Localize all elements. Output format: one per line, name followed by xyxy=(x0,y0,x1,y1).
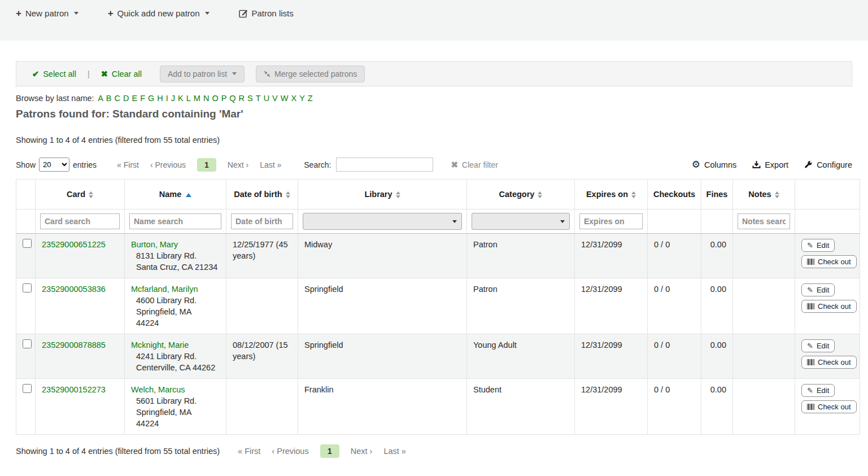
select-all-button[interactable]: ✔ Select all xyxy=(32,69,76,78)
column-header-category[interactable]: Category xyxy=(467,180,575,209)
letter-link-Z[interactable]: Z xyxy=(308,94,313,103)
patron-name-link[interactable]: Mcknight, Marie xyxy=(131,340,189,350)
edit-button[interactable]: ✎ Edit xyxy=(801,239,835,252)
entries-per-page-select[interactable]: 20 xyxy=(39,158,69,172)
column-header-dob[interactable]: Date of birth xyxy=(226,180,298,209)
dob-filter-input[interactable] xyxy=(231,213,293,229)
letter-link-F[interactable]: F xyxy=(140,94,145,103)
check-out-button[interactable]: Check out xyxy=(801,300,857,313)
letter-link-H[interactable]: H xyxy=(157,94,163,103)
expires-filter-input[interactable] xyxy=(579,213,643,229)
edit-button[interactable]: ✎ Edit xyxy=(801,384,835,397)
configure-button[interactable]: Configure xyxy=(804,160,852,169)
letter-link-V[interactable]: V xyxy=(272,94,278,103)
next-page-button[interactable]: Next › xyxy=(351,447,373,456)
first-page-button[interactable]: « First xyxy=(238,447,260,456)
letter-link-M[interactable]: M xyxy=(194,94,200,103)
expires-cell: 12/31/2099 xyxy=(575,278,648,334)
quick-add-label: Quick add new patron xyxy=(117,8,200,18)
letter-link-K[interactable]: K xyxy=(178,94,184,103)
letter-link-A[interactable]: A xyxy=(98,94,103,103)
library-filter-select[interactable] xyxy=(303,213,462,230)
patron-name-link[interactable]: Mcfarland, Marilyn xyxy=(131,285,198,294)
plus-icon: + xyxy=(16,8,21,18)
column-header-name[interactable]: Name xyxy=(125,180,226,209)
notes-cell xyxy=(733,334,795,379)
cardnumber-link[interactable]: 23529000878885 xyxy=(42,340,106,350)
category-filter-select[interactable] xyxy=(472,213,570,230)
barcode-icon xyxy=(807,359,814,365)
pencil-icon: ✎ xyxy=(807,286,813,294)
row-checkbox[interactable] xyxy=(23,384,32,393)
letter-link-S[interactable]: S xyxy=(247,94,253,103)
edit-list-icon xyxy=(239,9,248,18)
notes-filter-input[interactable] xyxy=(738,213,790,229)
barcode-icon xyxy=(807,404,814,410)
select-all-label: Select all xyxy=(43,69,76,78)
last-page-button[interactable]: Last » xyxy=(383,447,406,456)
column-header-card[interactable]: Card xyxy=(36,180,125,209)
check-out-button[interactable]: Check out xyxy=(801,400,857,413)
row-checkbox[interactable] xyxy=(23,339,32,348)
current-page-button[interactable]: 1 xyxy=(197,158,216,172)
filter-empty xyxy=(795,209,860,234)
letter-link-D[interactable]: D xyxy=(123,94,129,103)
letter-link-O[interactable]: O xyxy=(212,94,218,103)
export-button[interactable]: Export xyxy=(752,160,788,169)
clear-filter-button[interactable]: ✖ Clear filter xyxy=(451,160,498,170)
letter-link-W[interactable]: W xyxy=(281,94,289,103)
cardnumber-link[interactable]: 23529000152273 xyxy=(42,385,106,394)
card-filter-input[interactable] xyxy=(40,213,120,229)
check-out-button[interactable]: Check out xyxy=(801,356,857,369)
next-page-button[interactable]: Next › xyxy=(228,160,248,169)
letter-link-Y[interactable]: Y xyxy=(299,94,305,103)
name-filter-input[interactable] xyxy=(129,213,221,229)
patron-name-link[interactable]: Burton, Mary xyxy=(131,240,178,249)
merge-selected-patrons-button[interactable]: Merge selected patrons xyxy=(256,65,365,82)
export-label: Export xyxy=(765,160,788,169)
letter-link-J[interactable]: J xyxy=(171,94,175,103)
add-to-patron-list-button[interactable]: Add to patron list xyxy=(160,65,245,82)
previous-page-button[interactable]: ‹ Previous xyxy=(150,160,186,169)
quick-add-new-patron-button[interactable]: + Quick add new patron xyxy=(108,8,210,18)
edit-button[interactable]: ✎ Edit xyxy=(801,283,835,296)
column-header-notes[interactable]: Notes xyxy=(733,180,795,209)
new-patron-button[interactable]: + New patron xyxy=(16,8,78,18)
row-checkbox[interactable] xyxy=(23,239,32,248)
letter-link-R[interactable]: R xyxy=(239,94,245,103)
current-page-button[interactable]: 1 xyxy=(320,444,339,458)
letter-link-B[interactable]: B xyxy=(106,94,112,103)
clear-all-button[interactable]: ✖ Clear all xyxy=(101,69,142,78)
pagination-bottom: « First ‹ Previous 1 Next › Last » xyxy=(238,444,406,458)
row-checkbox[interactable] xyxy=(23,283,32,292)
cardnumber-link[interactable]: 23529000651225 xyxy=(42,240,106,249)
first-page-button[interactable]: « First xyxy=(117,160,139,169)
letter-link-G[interactable]: G xyxy=(148,94,154,103)
letter-link-E[interactable]: E xyxy=(132,94,137,103)
column-header-library[interactable]: Library xyxy=(298,180,467,209)
letter-link-I[interactable]: I xyxy=(166,94,168,103)
last-page-button[interactable]: Last » xyxy=(260,160,281,169)
letter-link-N[interactable]: N xyxy=(203,94,209,103)
chevron-down-icon xyxy=(452,220,457,223)
letter-link-P[interactable]: P xyxy=(221,94,227,103)
letter-link-U[interactable]: U xyxy=(264,94,269,103)
previous-page-button[interactable]: ‹ Previous xyxy=(272,447,308,456)
entries-label: entries xyxy=(73,160,97,169)
dob-header-label: Date of birth xyxy=(234,190,282,199)
letter-link-X[interactable]: X xyxy=(291,94,296,103)
patron-lists-link[interactable]: Patron lists xyxy=(239,8,294,18)
columns-button[interactable]: ⚙ Columns xyxy=(692,160,736,169)
check-out-button[interactable]: Check out xyxy=(801,255,857,268)
column-header-expires[interactable]: Expires on xyxy=(575,180,648,209)
clear-all-label: Clear all xyxy=(112,69,142,78)
letter-link-Q[interactable]: Q xyxy=(229,94,235,103)
check-out-label: Check out xyxy=(818,358,851,366)
letter-link-C[interactable]: C xyxy=(115,94,120,103)
search-input[interactable] xyxy=(336,158,433,172)
letter-link-T[interactable]: T xyxy=(256,94,261,103)
patron-name-link[interactable]: Welch, Marcus xyxy=(131,385,185,394)
edit-button[interactable]: ✎ Edit xyxy=(801,339,835,352)
cardnumber-link[interactable]: 23529000053836 xyxy=(42,285,106,294)
letter-link-L[interactable]: L xyxy=(186,94,191,103)
